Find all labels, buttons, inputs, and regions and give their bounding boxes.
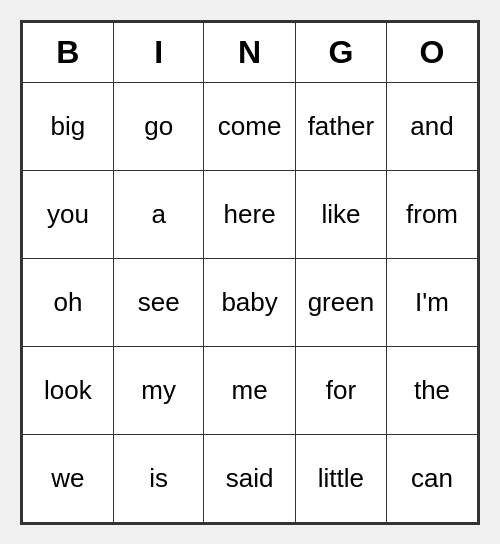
header-b: B: [23, 22, 114, 82]
row-3: lookmymeforthe: [23, 346, 478, 434]
cell-0-3: father: [295, 82, 386, 170]
cell-4-3: little: [295, 434, 386, 522]
cell-0-0: big: [23, 82, 114, 170]
header-n: N: [204, 22, 295, 82]
cell-4-4: can: [387, 434, 478, 522]
header-o: O: [387, 22, 478, 82]
bingo-table: B I N G O biggocomefatherandyouaherelike…: [22, 22, 478, 523]
cell-1-0: you: [23, 170, 114, 258]
header-row: B I N G O: [23, 22, 478, 82]
cell-2-4: I'm: [387, 258, 478, 346]
row-2: ohseebabygreenI'm: [23, 258, 478, 346]
bingo-card: B I N G O biggocomefatherandyouaherelike…: [20, 20, 480, 525]
cell-2-2: baby: [204, 258, 295, 346]
cell-4-2: said: [204, 434, 295, 522]
cell-2-0: oh: [23, 258, 114, 346]
cell-0-2: come: [204, 82, 295, 170]
cell-3-0: look: [23, 346, 114, 434]
header-i: I: [113, 22, 204, 82]
cell-2-1: see: [113, 258, 204, 346]
row-4: weissaidlittlecan: [23, 434, 478, 522]
row-1: youaherelikefrom: [23, 170, 478, 258]
header-g: G: [295, 22, 386, 82]
cell-3-3: for: [295, 346, 386, 434]
cell-1-2: here: [204, 170, 295, 258]
cell-4-1: is: [113, 434, 204, 522]
cell-0-4: and: [387, 82, 478, 170]
cell-0-1: go: [113, 82, 204, 170]
cell-3-2: me: [204, 346, 295, 434]
cell-1-1: a: [113, 170, 204, 258]
cell-3-1: my: [113, 346, 204, 434]
cell-2-3: green: [295, 258, 386, 346]
cell-1-3: like: [295, 170, 386, 258]
cell-3-4: the: [387, 346, 478, 434]
row-0: biggocomefatherand: [23, 82, 478, 170]
cell-1-4: from: [387, 170, 478, 258]
cell-4-0: we: [23, 434, 114, 522]
